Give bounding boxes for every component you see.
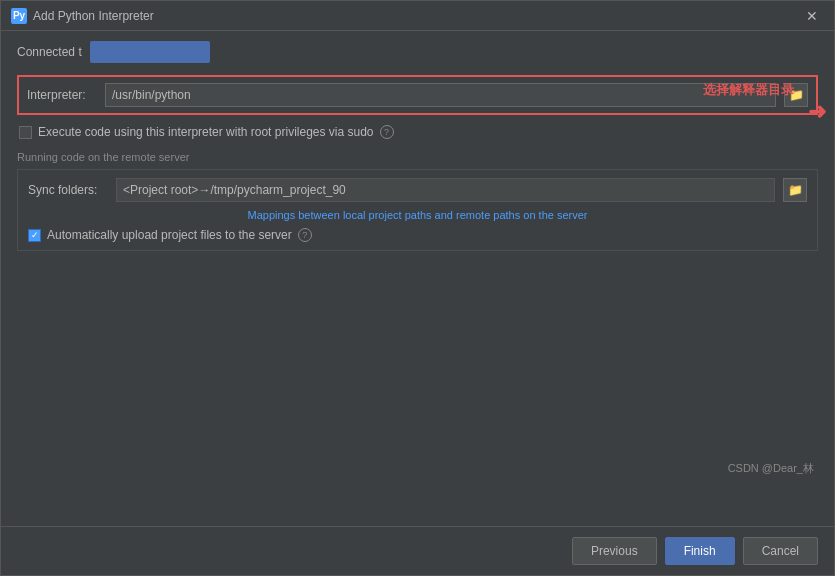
interpreter-label: Interpreter: [27,88,97,102]
red-arrow-icon: ➜ [808,99,826,125]
running-section-label: Running code on the remote server [17,151,818,163]
sync-folder-icon: 📁 [788,183,803,197]
upload-help-icon[interactable]: ? [298,228,312,242]
previous-button[interactable]: Previous [572,537,657,565]
watermark: CSDN @Dear_林 [728,461,814,476]
sync-section: Sync folders: <Project root>→/tmp/pychar… [17,169,818,251]
annotation-text: 选择解释器目录 [703,81,794,99]
cancel-button[interactable]: Cancel [743,537,818,565]
interpreter-section: Interpreter: 📁 [17,75,818,115]
sync-row: Sync folders: <Project root>→/tmp/pychar… [28,178,807,202]
close-button[interactable]: ✕ [800,6,824,26]
title-bar: Py Add Python Interpreter ✕ [1,1,834,31]
upload-label: Automatically upload project files to th… [47,228,292,242]
dialog-content: Connected t Interpreter: 📁 ➜ 选择解释器目录 Exe… [1,31,834,526]
python-icon: Py [11,8,27,24]
sudo-checkbox[interactable] [19,126,32,139]
sync-browse-button[interactable]: 📁 [783,178,807,202]
finish-button[interactable]: Finish [665,537,735,565]
connected-row: Connected t [17,41,818,63]
mappings-row: Mappings between local project paths and… [28,208,807,222]
mappings-link[interactable]: Mappings between local project paths and… [248,209,588,221]
dialog: Py Add Python Interpreter ✕ Connected t … [0,0,835,576]
interpreter-row: Interpreter: 📁 [27,83,808,107]
interpreter-input[interactable] [105,83,776,107]
footer: Previous Finish Cancel [1,526,834,575]
running-section-wrapper: Running code on the remote server Sync f… [17,147,818,251]
sync-value: <Project root>→/tmp/pycharm_project_90 [116,178,775,202]
connected-label: Connected t [17,45,82,59]
sudo-label: Execute code using this interpreter with… [38,125,374,139]
dialog-title: Add Python Interpreter [33,9,154,23]
upload-row: ✓ Automatically upload project files to … [28,228,807,242]
connected-value [90,41,210,63]
sudo-row: Execute code using this interpreter with… [17,125,818,139]
title-bar-left: Py Add Python Interpreter [11,8,154,24]
sync-label: Sync folders: [28,183,108,197]
upload-checkbox[interactable]: ✓ [28,229,41,242]
sudo-help-icon[interactable]: ? [380,125,394,139]
